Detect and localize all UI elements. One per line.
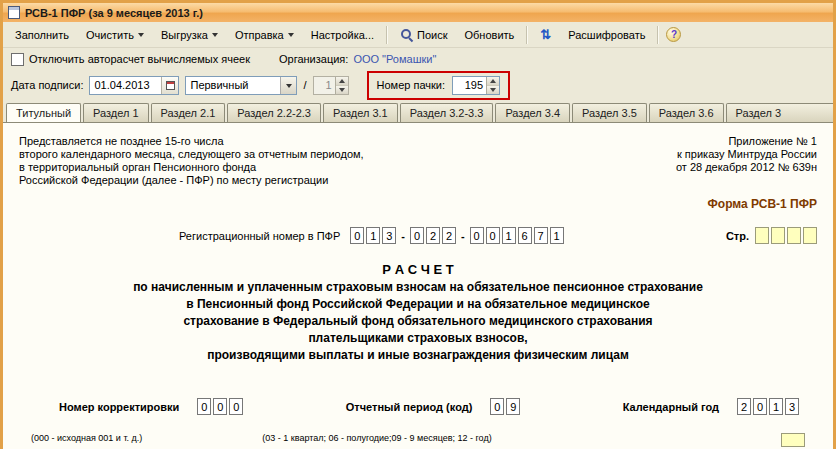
spin-up-button[interactable] [336, 77, 348, 86]
footnotes-row: (000 - исходная 001 и т. д.) (03 - 1 ква… [19, 433, 817, 447]
note-line: Приложение № 1 [676, 135, 817, 148]
correction-number-cells: 0 0 0 [197, 398, 243, 415]
toolbar-separator [657, 26, 659, 44]
digit-cell[interactable]: 0 [486, 227, 500, 244]
digit-cell[interactable]: 0 [470, 227, 484, 244]
period-footnote: (03 - 1 квартал; 06 - полугодие;09 - 9 м… [262, 433, 491, 443]
page-number-cell[interactable] [803, 227, 817, 244]
calc-line: плательщиками страховых взносов, [19, 330, 817, 347]
dropdown-button[interactable] [280, 77, 296, 94]
digit-cell[interactable]: 2 [426, 227, 440, 244]
clear-button[interactable]: Очистить [78, 25, 152, 45]
tab-razdel-3-4[interactable]: Раздел 3.4 [495, 103, 570, 122]
page-number-cell[interactable] [755, 227, 769, 244]
export-button[interactable]: Выгрузка [153, 25, 226, 45]
report-window: РСВ-1 ПФР (за 9 месяцев 2013 г.) Заполни… [0, 0, 836, 449]
digit-cell[interactable]: 7 [534, 227, 548, 244]
title-bar: РСВ-1 ПФР (за 9 месяцев 2013 г.) [3, 3, 833, 22]
tab-razdel-3-5[interactable]: Раздел 3.5 [572, 103, 647, 122]
report-period-cells: 0 9 [490, 398, 520, 415]
correction-number-label: Номер корректировки [59, 401, 179, 413]
page-number-cell[interactable] [787, 227, 801, 244]
report-kind-value: Первичный [186, 79, 252, 91]
document-icon [8, 6, 20, 19]
digit-cell[interactable]: 2 [737, 398, 751, 415]
digit-cell[interactable]: 1 [769, 398, 783, 415]
note-line: Российской Федерации (далее - ПФР) по ме… [19, 174, 364, 187]
exchange-button[interactable]: ⇅ [532, 24, 559, 45]
title-page-form: Представляется не позднее 15-го числа вт… [3, 122, 833, 449]
disable-autocalc-checkbox[interactable] [11, 53, 24, 66]
refresh-button[interactable]: Обновить [457, 25, 523, 45]
tab-razdel-3-1[interactable]: Раздел 3.1 [323, 103, 398, 122]
note-line: Представляется не позднее 15-го числа [19, 135, 364, 148]
organization-field[interactable]: ООО "Ромашки" [353, 53, 436, 65]
search-button[interactable]: Поиск [392, 24, 455, 45]
spin-down-button[interactable] [336, 86, 348, 94]
revision-spin-buttons [335, 77, 348, 94]
search-icon [400, 28, 413, 41]
calc-line: в Пенсионный фонд Российской Федерации и… [19, 296, 817, 313]
pack-number-input[interactable]: 195 [452, 76, 500, 95]
fill-button-label: Заполнить [15, 29, 69, 41]
tab-titulnyj[interactable]: Титульный [6, 103, 81, 122]
pack-number-label: Номер пачки: [377, 79, 446, 91]
settings-button-label: Настройка... [311, 29, 374, 41]
digit-cell[interactable]: 0 [490, 398, 504, 415]
revision-number-value: 1 [314, 79, 335, 91]
digit-cell[interactable]: 3 [382, 227, 396, 244]
digit-cell[interactable]: 0 [229, 398, 243, 415]
digit-cell[interactable]: 0 [410, 227, 424, 244]
digit-cell[interactable]: 1 [366, 227, 380, 244]
digit-cell[interactable]: 2 [442, 227, 456, 244]
tab-razdel-1[interactable]: Раздел 1 [83, 103, 149, 122]
digit-cell[interactable]: 1 [502, 227, 516, 244]
codes-row: Номер корректировки 0 0 0 Отчетный перио… [19, 398, 817, 415]
chevron-down-icon [286, 84, 292, 88]
digit-cell[interactable]: 0 [350, 227, 364, 244]
tab-razdel-3-2-3-3[interactable]: Раздел 3.2-3.3 [400, 103, 494, 122]
spin-up-button[interactable] [487, 77, 499, 86]
explain-button-label: Расшифровать [568, 29, 645, 41]
digit-cell[interactable]: 1 [550, 227, 564, 244]
help-icon[interactable]: ? [666, 27, 681, 42]
yellow-field-cell[interactable] [781, 433, 805, 447]
options-row: Отключить авторасчет вычисляемых ячеек О… [3, 48, 833, 70]
calc-line: производящими выплаты и иные вознагражде… [19, 347, 817, 364]
correction-footnote: (000 - исходная 001 и т. д.) [31, 433, 142, 443]
toolbar-separator [386, 26, 388, 44]
appendix-note: Приложение № 1 к приказу Минтруда России… [676, 135, 817, 187]
registration-number-row: Регистрационный номер в ПФР 0 1 3 - 0 2 … [19, 227, 817, 244]
page-label: Стр. [726, 230, 749, 242]
note-line: от 28 декабря 2012 № 639н [676, 161, 817, 174]
tab-razdel-3-6[interactable]: Раздел 3.6 [649, 103, 724, 122]
submission-note: Представляется не позднее 15-го числа вт… [19, 135, 364, 187]
digit-cell[interactable]: 0 [753, 398, 767, 415]
revision-number-input[interactable]: 1 [313, 76, 349, 95]
report-period-group: Отчетный период (код) 0 9 [346, 398, 521, 415]
digit-cell[interactable]: 3 [785, 398, 799, 415]
explain-button[interactable]: Расшифровать [560, 25, 653, 45]
digit-cell[interactable]: 9 [506, 398, 520, 415]
digit-cell[interactable]: 6 [518, 227, 532, 244]
pack-number-highlight: Номер пачки: 195 [367, 71, 511, 100]
registration-number-cells: 0 1 3 - 0 2 2 - 0 0 1 6 7 1 [350, 227, 563, 244]
report-kind-select[interactable]: Первичный [185, 76, 297, 95]
spin-down-button[interactable] [487, 86, 499, 94]
digit-cell[interactable]: 0 [213, 398, 227, 415]
send-button[interactable]: Отправка [227, 25, 302, 45]
tab-razdel-2-2-2-3[interactable]: Раздел 2.2-2.3 [227, 103, 321, 122]
page-number-group: Стр. [726, 227, 817, 244]
digit-cell[interactable]: 0 [197, 398, 211, 415]
tab-razdel-3-clipped[interactable]: Раздел 3 [726, 103, 833, 122]
toolbar: Заполнить Очистить Выгрузка Отправка Нас… [3, 22, 833, 48]
sign-date-input[interactable]: 01.04.2013 [89, 76, 179, 95]
calendar-button[interactable] [161, 77, 178, 94]
settings-button[interactable]: Настройка... [303, 25, 382, 45]
registration-number-label: Регистрационный номер в ПФР [179, 230, 340, 242]
tab-razdel-2-1[interactable]: Раздел 2.1 [151, 103, 226, 122]
chevron-down-icon [288, 33, 294, 37]
fill-button[interactable]: Заполнить [7, 25, 77, 45]
disable-autocalc-label: Отключить авторасчет вычисляемых ячеек [29, 53, 250, 65]
page-number-cell[interactable] [771, 227, 785, 244]
